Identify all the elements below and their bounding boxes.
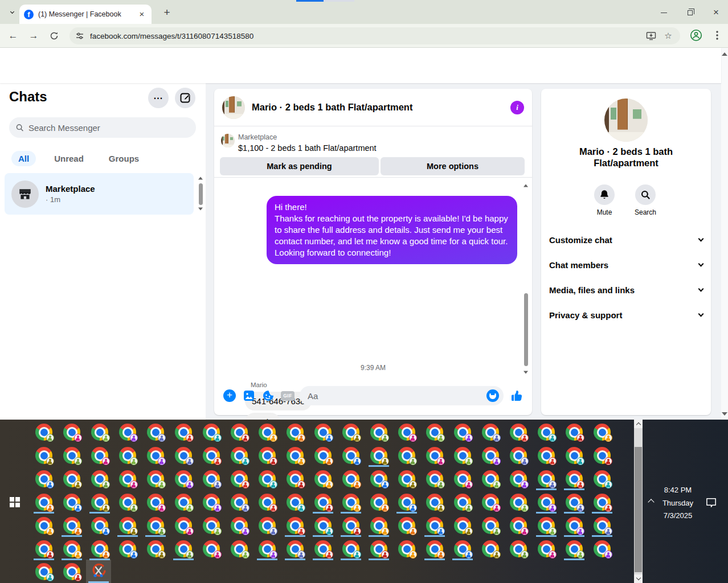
chrome-taskbar-icon[interactable] xyxy=(566,540,583,557)
chrome-taskbar-icon[interactable] xyxy=(91,517,108,534)
chrome-taskbar-icon[interactable] xyxy=(287,494,304,511)
chrome-taskbar-icon[interactable] xyxy=(510,447,527,464)
chrome-taskbar-icon[interactable] xyxy=(370,470,387,487)
chrome-taskbar-icon[interactable] xyxy=(370,517,387,534)
chrome-taskbar-icon[interactable] xyxy=(35,563,52,580)
sticker-button[interactable] xyxy=(261,388,276,403)
chrome-taskbar-icon[interactable] xyxy=(35,540,52,557)
chrome-taskbar-icon[interactable] xyxy=(147,517,164,534)
chrome-taskbar-icon[interactable] xyxy=(538,447,555,464)
chrome-taskbar-icon[interactable] xyxy=(259,517,276,534)
chrome-taskbar-icon[interactable] xyxy=(510,517,527,534)
scroll-down-arrow[interactable] xyxy=(634,574,643,583)
tab-unread[interactable]: Unread xyxy=(47,151,91,166)
chrome-taskbar-icon[interactable] xyxy=(594,540,611,557)
chrome-taskbar-icon[interactable] xyxy=(594,470,611,487)
scrollbar-thumb[interactable] xyxy=(199,183,203,205)
chat-scrollbar[interactable] xyxy=(522,184,529,375)
chrome-taskbar-icon[interactable] xyxy=(175,540,192,557)
scroll-down-arrow[interactable] xyxy=(198,208,203,211)
snipping-tool-button[interactable] xyxy=(86,560,111,583)
chrome-taskbar-icon[interactable] xyxy=(454,470,471,487)
bookmark-star-button[interactable]: ☆ xyxy=(662,30,674,42)
chrome-taskbar-icon[interactable] xyxy=(538,424,555,441)
chrome-taskbar-icon[interactable] xyxy=(398,424,415,441)
chat-avatar[interactable] xyxy=(222,96,245,119)
chrome-taskbar-icon[interactable] xyxy=(398,540,415,557)
chrome-taskbar-icon[interactable] xyxy=(35,517,52,534)
chrome-taskbar-icon[interactable] xyxy=(203,540,220,557)
chrome-taskbar-icon[interactable] xyxy=(426,517,443,534)
chrome-taskbar-icon[interactable] xyxy=(119,470,136,487)
chrome-taskbar-icon[interactable] xyxy=(203,447,220,464)
chat-list-scrollbar[interactable] xyxy=(197,174,205,215)
chrome-taskbar-icon[interactable] xyxy=(259,447,276,464)
chrome-taskbar-icon[interactable] xyxy=(147,470,164,487)
chrome-taskbar-icon[interactable] xyxy=(398,447,415,464)
tab-close-button[interactable]: × xyxy=(137,9,147,19)
chrome-taskbar-icon[interactable] xyxy=(426,470,443,487)
chrome-taskbar-icon[interactable] xyxy=(175,517,192,534)
chrome-taskbar-icon[interactable] xyxy=(398,470,415,487)
chrome-taskbar-icon[interactable] xyxy=(538,494,555,511)
scrollbar-thumb[interactable] xyxy=(635,447,642,572)
scroll-up-arrow[interactable] xyxy=(722,52,727,56)
browser-menu-button[interactable] xyxy=(710,28,725,43)
chrome-taskbar-icon[interactable] xyxy=(63,424,80,441)
message-input[interactable] xyxy=(300,386,504,405)
chrome-taskbar-icon[interactable] xyxy=(203,494,220,511)
chrome-taskbar-icon[interactable] xyxy=(231,470,248,487)
new-tab-button[interactable]: + xyxy=(160,6,174,19)
gif-button[interactable]: GIF xyxy=(280,388,295,403)
chrome-taskbar-icon[interactable] xyxy=(454,540,471,557)
chats-menu-button[interactable]: ... xyxy=(148,88,169,108)
chrome-taskbar-icon[interactable] xyxy=(231,447,248,464)
action-center-button[interactable] xyxy=(704,495,718,509)
chrome-taskbar-icon[interactable] xyxy=(231,424,248,441)
chrome-taskbar-icon[interactable] xyxy=(231,540,248,557)
chrome-taskbar-icon[interactable] xyxy=(91,424,108,441)
section-chat-members[interactable]: Chat members xyxy=(541,252,711,277)
chrome-taskbar-icon[interactable] xyxy=(119,517,136,534)
chrome-taskbar-icon[interactable] xyxy=(342,517,359,534)
chrome-taskbar-icon[interactable] xyxy=(454,494,471,511)
chrome-taskbar-icon[interactable] xyxy=(259,424,276,441)
site-info-icon[interactable] xyxy=(75,31,84,40)
chrome-taskbar-icon[interactable] xyxy=(231,517,248,534)
chrome-taskbar-icon[interactable] xyxy=(314,470,332,487)
chrome-taskbar-icon[interactable] xyxy=(454,424,471,441)
search-action[interactable]: Search xyxy=(625,184,666,216)
chrome-taskbar-icon[interactable] xyxy=(91,540,108,557)
chrome-taskbar-icon[interactable] xyxy=(147,424,164,441)
address-bar[interactable]: facebook.com/messages/t/3116080714351858… xyxy=(69,27,680,44)
chrome-taskbar-icon[interactable] xyxy=(147,494,164,511)
scroll-down-arrow[interactable] xyxy=(722,412,727,416)
mute-action[interactable]: Mute xyxy=(584,184,625,216)
chrome-taskbar-icon[interactable] xyxy=(175,447,192,464)
window-maximize-button[interactable] xyxy=(681,7,698,18)
chrome-taskbar-icon[interactable] xyxy=(342,540,359,557)
chrome-taskbar-icon[interactable] xyxy=(63,470,80,487)
chrome-taskbar-icon[interactable] xyxy=(566,470,583,487)
taskbar-clock[interactable]: 8:42 PM Thursday 7/3/2025 xyxy=(655,484,701,523)
section-privacy-support[interactable]: Privacy & support xyxy=(541,302,711,327)
chrome-taskbar-icon[interactable] xyxy=(203,424,220,441)
section-customize-chat[interactable]: Customize chat xyxy=(541,227,711,252)
chrome-taskbar-icon[interactable] xyxy=(342,494,359,511)
chrome-taskbar-icon[interactable] xyxy=(259,494,276,511)
more-options-button[interactable]: More options xyxy=(381,157,525,175)
window-close-button[interactable]: × xyxy=(707,7,725,18)
install-app-button[interactable] xyxy=(645,30,657,42)
tab-all[interactable]: All xyxy=(11,151,36,166)
chrome-taskbar-icon[interactable] xyxy=(426,540,443,557)
mark-as-pending-button[interactable]: Mark as pending xyxy=(220,157,379,175)
photo-button[interactable] xyxy=(242,388,256,403)
chrome-taskbar-icon[interactable] xyxy=(231,494,248,511)
section-media-files-links[interactable]: Media, files and links xyxy=(541,277,711,302)
chrome-taskbar-icon[interactable] xyxy=(482,517,499,534)
chrome-taskbar-icon[interactable] xyxy=(566,447,583,464)
chrome-taskbar-icon[interactable] xyxy=(370,447,387,464)
chrome-taskbar-icon[interactable] xyxy=(119,447,136,464)
chrome-taskbar-icon[interactable] xyxy=(426,424,443,441)
chrome-taskbar-icon[interactable] xyxy=(538,517,555,534)
